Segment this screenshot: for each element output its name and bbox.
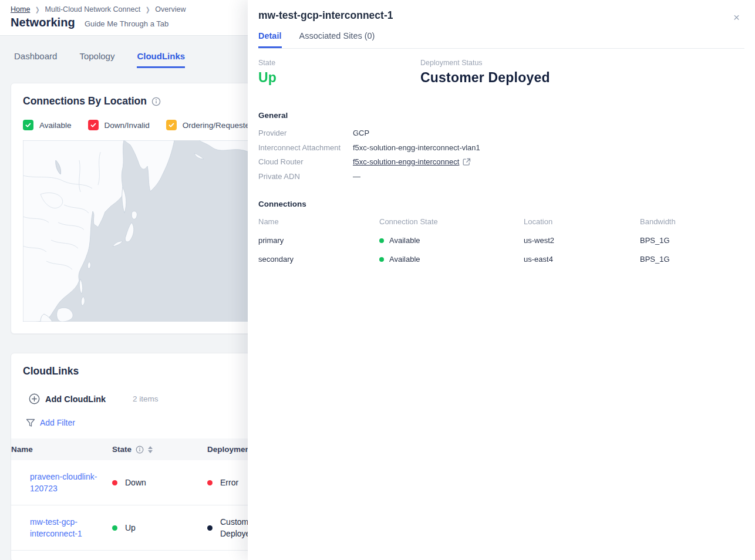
conn-name: secondary xyxy=(258,255,379,264)
deployment-status-label: Deployment Status xyxy=(420,59,550,67)
conn-bandwidth: BPS_1G xyxy=(640,255,744,264)
general-heading: General xyxy=(258,111,744,120)
connections-section: Connections Name Connection State Locati… xyxy=(258,200,744,264)
cloud-router-link[interactable]: f5xc-solution-engg-interconnect xyxy=(353,155,471,170)
detail-panel: mw-test-gcp-interconnect-1 × Detail Asso… xyxy=(248,0,755,560)
conn-column-state: Connection State xyxy=(379,217,524,226)
breadcrumb-overview: Overview xyxy=(155,5,186,14)
panel-tab-detail[interactable]: Detail xyxy=(258,31,282,48)
add-cloudlink-label: Add CloudLink xyxy=(45,394,106,404)
conn-column-name: Name xyxy=(258,217,379,226)
general-section: General Provider GCP Interconnect Attach… xyxy=(258,111,744,184)
connections-by-location-title: Connections By Location xyxy=(23,95,147,107)
external-link-icon xyxy=(463,158,471,166)
cloud-router-label: Cloud Router xyxy=(258,155,353,170)
info-icon[interactable] xyxy=(151,97,161,106)
tab-topology[interactable]: Topology xyxy=(79,51,114,68)
chevron-right-icon: ❯ xyxy=(146,6,150,14)
page-title: Networking xyxy=(11,16,75,29)
legend-item-available: Available xyxy=(23,120,72,130)
conn-state-text: Available xyxy=(389,236,420,245)
private-adn-value: — xyxy=(353,170,360,184)
add-cloudlink-button[interactable]: Add CloudLink xyxy=(29,393,106,404)
state-text: Down xyxy=(125,477,146,488)
state-status: Up xyxy=(112,522,207,534)
breadcrumb-home[interactable]: Home xyxy=(11,5,30,14)
panel-tabs: Detail Associated Sites (0) xyxy=(258,31,744,49)
tab-dashboard[interactable]: Dashboard xyxy=(14,51,57,68)
conn-column-bandwidth: Bandwidth xyxy=(640,217,744,226)
state-status: Down xyxy=(112,477,207,488)
available-checkbox[interactable] xyxy=(23,120,33,130)
conn-state: Available xyxy=(379,255,524,264)
status-dot xyxy=(112,525,117,531)
status-dot xyxy=(379,257,384,262)
interconnect-attachment-value: f5xc-solution-engg-interconnect-vlan1 xyxy=(353,141,480,156)
interconnect-attachment-label: Interconnect Attachment xyxy=(258,141,353,156)
down-invalid-checkbox[interactable] xyxy=(88,120,99,130)
column-header-state[interactable]: State xyxy=(112,438,207,460)
status-dot xyxy=(112,480,117,485)
check-icon xyxy=(168,122,175,129)
state-header-label: State xyxy=(112,445,132,454)
provider-label: Provider xyxy=(258,126,353,141)
plus-circle-icon xyxy=(29,393,40,404)
guide-me-link[interactable]: Guide Me Through a Tab xyxy=(85,19,168,28)
state-text: Up xyxy=(125,522,136,534)
conn-bandwidth: BPS_1G xyxy=(640,236,744,245)
conn-state: Available xyxy=(379,236,524,245)
panel-tab-associated-sites[interactable]: Associated Sites (0) xyxy=(299,31,375,48)
conn-state-text: Available xyxy=(389,255,420,264)
breadcrumb-mcn-connect[interactable]: Multi-Cloud Network Connect xyxy=(45,5,141,14)
provider-value: GCP xyxy=(353,126,369,141)
cloud-router-link-text: f5xc-solution-engg-interconnect xyxy=(353,155,459,170)
legend-label: Down/Invalid xyxy=(105,121,150,130)
conn-location: us-east4 xyxy=(524,255,640,264)
conn-name: primary xyxy=(258,236,379,245)
conn-location: us-west2 xyxy=(524,236,640,245)
status-dot xyxy=(379,238,384,243)
tab-cloudlinks[interactable]: CloudLinks xyxy=(137,51,185,68)
filter-funnel-icon xyxy=(26,419,35,427)
conn-column-location: Location xyxy=(524,217,640,226)
state-value: Up xyxy=(258,70,420,86)
column-header-name[interactable]: Name xyxy=(11,438,112,460)
state-label: State xyxy=(258,59,420,67)
connections-heading: Connections xyxy=(258,200,744,208)
check-icon xyxy=(25,122,32,129)
info-icon[interactable] xyxy=(136,446,144,454)
private-adn-label: Private ADN xyxy=(258,170,353,184)
sort-icon[interactable] xyxy=(148,446,153,453)
ordering-checkbox[interactable] xyxy=(166,120,177,130)
cloudlink-name-link[interactable]: mw-test-gcp-interconnect-1 xyxy=(30,516,100,539)
cloudlink-name-link[interactable]: praveen-cloudlink-120723 xyxy=(30,471,100,494)
deployment-status-value: Customer Deployed xyxy=(420,70,550,86)
legend-label: Available xyxy=(39,121,72,130)
items-count: 2 items xyxy=(133,394,159,403)
legend-item-down-invalid: Down/Invalid xyxy=(88,120,150,130)
close-icon[interactable]: × xyxy=(733,12,740,23)
check-icon xyxy=(90,122,97,129)
chevron-right-icon: ❯ xyxy=(35,6,39,14)
status-dot xyxy=(207,480,213,485)
add-filter-label: Add Filter xyxy=(40,418,75,427)
panel-title: mw-test-gcp-interconnect-1 xyxy=(258,9,744,22)
status-dot xyxy=(207,525,213,531)
